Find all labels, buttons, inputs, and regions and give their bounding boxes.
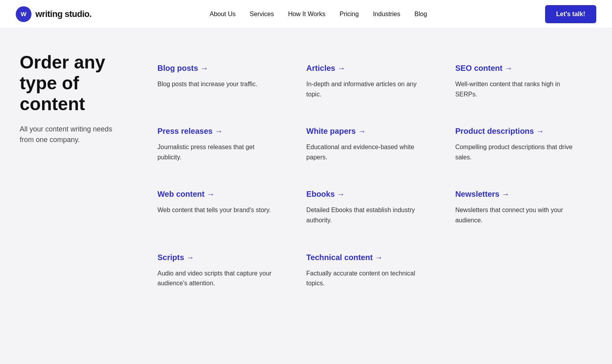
card-ebooks: Ebooks → Detailed Ebooks that establish … (294, 178, 443, 241)
card-desc-technical-content: Factually accurate content on technical … (306, 268, 427, 288)
card-link-articles[interactable]: Articles → (306, 64, 345, 73)
main-content: Order any type of content All your conte… (0, 28, 612, 328)
card-desc-seo-content: Well-written content that ranks high in … (455, 79, 577, 99)
card-desc-newsletters: Newsletters that connect you with your a… (455, 205, 577, 225)
card-press-releases: Press releases → Journalistic press rele… (146, 115, 294, 178)
card-link-scripts[interactable]: Scripts → (157, 253, 194, 262)
card-link-newsletters[interactable]: Newsletters → (455, 190, 510, 199)
logo-text: writing studio. (35, 9, 92, 19)
nav-item-blog[interactable]: Blog (414, 11, 427, 18)
hero-section: Order any type of content All your conte… (20, 52, 130, 304)
card-link-product-descriptions[interactable]: Product descriptions → (455, 127, 544, 136)
content-grid: Blog posts → Blog posts that increase yo… (146, 52, 592, 304)
card-seo-content: SEO content → Well-written content that … (444, 52, 592, 115)
nav-item-about-us[interactable]: About Us (210, 11, 236, 18)
logo[interactable]: w writing studio. (16, 6, 92, 22)
card-link-ebooks[interactable]: Ebooks → (306, 190, 345, 199)
card-product-descriptions: Product descriptions → Compelling produc… (444, 115, 592, 178)
card-technical-content: Technical content → Factually accurate c… (294, 241, 443, 304)
card-desc-press-releases: Journalistic press releases that get pub… (157, 142, 279, 162)
logo-icon: w (16, 6, 31, 22)
card-link-white-papers[interactable]: White papers → (306, 127, 366, 136)
card-empty (444, 241, 592, 304)
card-web-content: Web content → Web content that tells you… (146, 178, 294, 241)
card-blog-posts: Blog posts → Blog posts that increase yo… (146, 52, 294, 115)
card-white-papers: White papers → Educational and evidence-… (294, 115, 443, 178)
lets-talk-button[interactable]: Let's talk! (545, 5, 596, 23)
card-link-blog-posts[interactable]: Blog posts → (157, 64, 208, 73)
card-desc-scripts: Audio and video scripts that capture you… (157, 268, 279, 288)
nav-item-how-it-works[interactable]: How It Works (288, 11, 325, 18)
nav-item-pricing[interactable]: Pricing (340, 11, 359, 18)
hero-title: Order any type of content (20, 52, 122, 115)
main-nav: About Us Services How It Works Pricing I… (210, 11, 427, 18)
card-desc-white-papers: Educational and evidence-based white pap… (306, 142, 427, 162)
hero-subtitle: All your content writing needs from one … (20, 124, 122, 145)
card-link-press-releases[interactable]: Press releases → (157, 127, 223, 136)
card-desc-blog-posts: Blog posts that increase your traffic. (157, 79, 279, 89)
nav-item-industries[interactable]: Industries (373, 11, 400, 18)
card-articles: Articles → In-depth and informative arti… (294, 52, 443, 115)
card-scripts: Scripts → Audio and video scripts that c… (146, 241, 294, 304)
card-desc-ebooks: Detailed Ebooks that establish industry … (306, 205, 427, 225)
card-link-seo-content[interactable]: SEO content → (455, 64, 513, 73)
header: w writing studio. About Us Services How … (0, 0, 612, 28)
card-newsletters: Newsletters → Newsletters that connect y… (444, 178, 592, 241)
card-desc-web-content: Web content that tells your brand's stor… (157, 205, 279, 215)
card-desc-articles: In-depth and informative articles on any… (306, 79, 427, 99)
card-link-web-content[interactable]: Web content → (157, 190, 214, 199)
card-desc-product-descriptions: Compelling product descriptions that dri… (455, 142, 577, 162)
card-link-technical-content[interactable]: Technical content → (306, 253, 383, 262)
nav-item-services[interactable]: Services (250, 11, 274, 18)
